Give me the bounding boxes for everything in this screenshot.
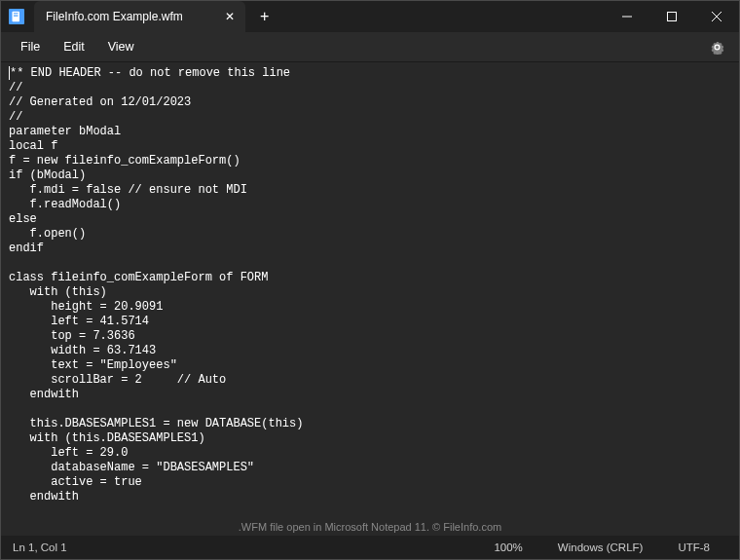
settings-button[interactable] [702,32,731,61]
file-tab[interactable]: FileInfo.com Example.wfm ✕ [34,1,245,32]
maximize-button[interactable] [649,1,694,32]
menu-edit[interactable]: Edit [52,36,96,57]
status-zoom[interactable]: 100% [476,541,539,553]
menubar: File Edit View [1,32,739,61]
editor-content: ** END HEADER -- do not remove this line… [9,66,303,518]
status-position[interactable]: Ln 1, Col 1 [13,541,476,553]
gear-icon [710,40,724,55]
svg-rect-3 [14,16,18,17]
watermark-text: .WFM file open in Microsoft Notepad 11. … [239,521,501,533]
minimize-button[interactable] [605,1,649,32]
menu-view[interactable]: View [96,36,146,57]
menu-file[interactable]: File [9,36,52,57]
new-tab-button[interactable]: + [249,1,280,32]
watermark-bar: .WFM file open in Microsoft Notepad 11. … [1,518,739,536]
tab-title: FileInfo.com Example.wfm [46,10,183,23]
svg-rect-5 [668,13,677,21]
status-encoding[interactable]: UTF-8 [660,541,727,553]
app-icon [9,9,24,24]
svg-rect-2 [14,15,18,16]
statusbar: Ln 1, Col 1 100% Windows (CRLF) UTF-8 [1,536,739,559]
status-line-ending[interactable]: Windows (CRLF) [540,541,661,553]
window-controls [605,1,739,32]
titlebar: FileInfo.com Example.wfm ✕ + [1,1,739,32]
svg-rect-1 [14,13,18,14]
close-button[interactable] [694,1,739,32]
close-tab-icon[interactable]: ✕ [222,9,238,24]
code-editor[interactable]: ** END HEADER -- do not remove this line… [1,61,739,518]
